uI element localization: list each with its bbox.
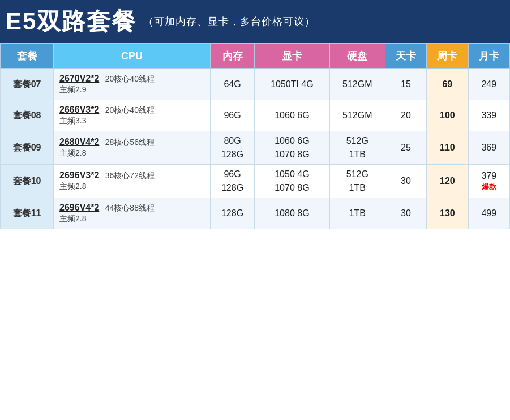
cpu-freq: 主频2.8 bbox=[59, 148, 86, 157]
hot-badge: 爆款 bbox=[482, 182, 496, 191]
cpu-detail: 28核心56线程 bbox=[105, 138, 155, 147]
mem-value: 80G bbox=[224, 136, 241, 146]
cpu-freq: 主频3.3 bbox=[59, 116, 86, 125]
cpu-cell: 2670V2*2 20核心40线程 主频2.9 bbox=[54, 69, 211, 100]
gpu-cell: 1080 8G bbox=[255, 198, 330, 229]
cpu-model: 2696V3*2 bbox=[59, 170, 99, 180]
monthcard-cell: 249 bbox=[468, 69, 509, 100]
col-header-cpu: CPU bbox=[54, 44, 211, 69]
table-row: 套餐09 2680V4*2 28核心56线程 主频2.8 80G128G1060… bbox=[1, 131, 510, 165]
cpu-model: 2666V3*2 bbox=[59, 105, 99, 114]
monthcard-cell: 499 bbox=[468, 198, 509, 229]
col-header-mem: 内存 bbox=[210, 44, 254, 69]
header: E5双路套餐 （可加内存、显卡，多台价格可议） bbox=[0, 0, 510, 43]
gpu-value: 1070 8G bbox=[275, 183, 309, 193]
header-subtitle: （可加内存、显卡，多台价格可议） bbox=[143, 15, 315, 28]
monthcard-cell: 339 bbox=[468, 100, 509, 131]
mem-value: 128G bbox=[221, 149, 243, 160]
mem-value: 128G bbox=[221, 183, 243, 193]
cpu-detail: 36核心72线程 bbox=[105, 171, 155, 180]
gpu-cell: 1050 4G1070 8G bbox=[255, 165, 330, 198]
col-header-weekcard: 周卡 bbox=[427, 44, 468, 69]
weekcard-cell: 110 bbox=[427, 131, 468, 165]
package-cell: 套餐09 bbox=[1, 131, 54, 165]
disk-cell: 512G1TB bbox=[329, 165, 385, 198]
col-header-monthcard: 月卡 bbox=[468, 44, 509, 69]
package-cell: 套餐07 bbox=[1, 69, 54, 100]
monthcard-cell: 379爆款 bbox=[468, 165, 509, 198]
pricing-table: 套餐 CPU 内存 显卡 硬盘 天卡 周卡 月卡 套餐07 2670V2*2 2… bbox=[0, 43, 510, 229]
disk-value: 512G bbox=[346, 136, 368, 146]
tiancard-cell: 20 bbox=[385, 100, 426, 131]
monthcard-cell: 369 bbox=[468, 131, 509, 165]
weekcard-cell: 100 bbox=[427, 100, 468, 131]
package-cell: 套餐11 bbox=[1, 198, 54, 229]
disk-value: 1TB bbox=[349, 183, 366, 193]
col-header-disk: 硬盘 bbox=[329, 44, 385, 69]
table-row: 套餐07 2670V2*2 20核心40线程 主频2.9 64G1050TI 4… bbox=[1, 69, 510, 100]
gpu-cell: 1050TI 4G bbox=[255, 69, 330, 100]
cpu-cell: 2696V4*2 44核心88线程 主频2.8 bbox=[54, 198, 211, 229]
table-row: 套餐10 2696V3*2 36核心72线程 主频2.8 96G128G1050… bbox=[1, 165, 510, 198]
cpu-cell: 2680V4*2 28核心56线程 主频2.8 bbox=[54, 131, 211, 165]
mem-cell: 96G bbox=[210, 100, 254, 131]
disk-cell: 1TB bbox=[329, 198, 385, 229]
cpu-detail: 20核心40线程 bbox=[105, 105, 155, 114]
gpu-cell: 1060 6G bbox=[255, 100, 330, 131]
package-cell: 套餐08 bbox=[1, 100, 54, 131]
gpu-value: 1060 6G bbox=[275, 136, 309, 146]
gpu-value: 1070 8G bbox=[275, 149, 309, 160]
weekcard-cell: 130 bbox=[427, 198, 468, 229]
cpu-cell: 2696V3*2 36核心72线程 主频2.8 bbox=[54, 165, 211, 198]
table-row: 套餐11 2696V4*2 44核心88线程 主频2.8 128G1080 8G… bbox=[1, 198, 510, 229]
disk-cell: 512G1TB bbox=[329, 131, 385, 165]
tiancard-cell: 25 bbox=[385, 131, 426, 165]
monthcard-price: 379 bbox=[481, 171, 496, 181]
disk-cell: 512GM bbox=[329, 100, 385, 131]
col-header-package: 套餐 bbox=[1, 44, 54, 69]
weekcard-cell: 120 bbox=[427, 165, 468, 198]
cpu-model: 2670V2*2 bbox=[59, 74, 99, 83]
page-title: E5双路套餐 bbox=[6, 6, 136, 37]
mem-cell: 96G128G bbox=[210, 165, 254, 198]
cpu-detail: 20核心40线程 bbox=[105, 74, 155, 83]
gpu-cell: 1060 6G1070 8G bbox=[255, 131, 330, 165]
cpu-model: 2680V4*2 bbox=[59, 137, 99, 147]
cpu-freq: 主频2.8 bbox=[59, 214, 86, 223]
mem-value: 96G bbox=[224, 169, 241, 179]
cpu-freq: 主频2.8 bbox=[59, 182, 86, 191]
cpu-model: 2696V4*2 bbox=[59, 203, 99, 212]
tiancard-cell: 30 bbox=[385, 198, 426, 229]
cpu-cell: 2666V3*2 20核心40线程 主频3.3 bbox=[54, 100, 211, 131]
col-header-tiancard: 天卡 bbox=[385, 44, 426, 69]
disk-value: 1TB bbox=[349, 149, 366, 160]
tiancard-cell: 30 bbox=[385, 165, 426, 198]
table-row: 套餐08 2666V3*2 20核心40线程 主频3.3 96G1060 6G5… bbox=[1, 100, 510, 131]
mem-cell: 80G128G bbox=[210, 131, 254, 165]
weekcard-cell: 69 bbox=[427, 69, 468, 100]
disk-cell: 512GM bbox=[329, 69, 385, 100]
mem-cell: 128G bbox=[210, 198, 254, 229]
tiancard-cell: 15 bbox=[385, 69, 426, 100]
package-cell: 套餐10 bbox=[1, 165, 54, 198]
cpu-freq: 主频2.9 bbox=[59, 85, 86, 94]
mem-cell: 64G bbox=[210, 69, 254, 100]
cpu-detail: 44核心88线程 bbox=[105, 203, 155, 212]
col-header-gpu: 显卡 bbox=[255, 44, 330, 69]
disk-value: 512G bbox=[346, 169, 368, 179]
gpu-value: 1050 4G bbox=[275, 169, 309, 179]
